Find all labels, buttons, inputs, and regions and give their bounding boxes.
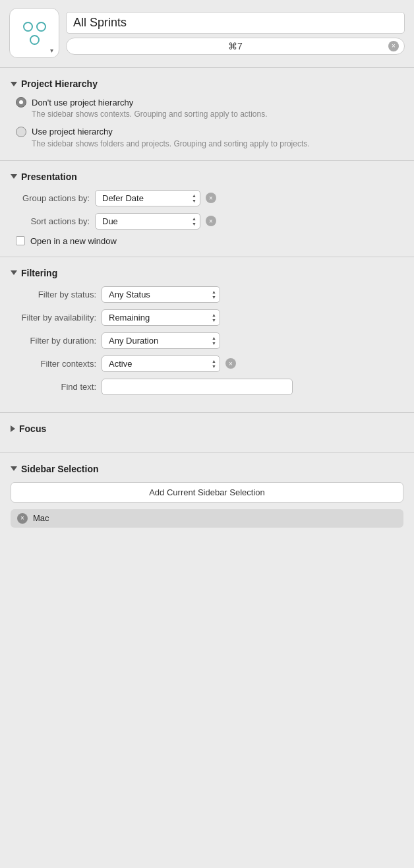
shortcut-clear-button[interactable]: × [388, 41, 399, 51]
find-text-input[interactable] [102, 379, 293, 395]
filter-availability-row: Filter by availability: Remaining Availa… [11, 309, 403, 326]
filter-contexts-select-wrapper: Active Inactive All [102, 356, 220, 372]
circles-icon [20, 22, 49, 45]
app-dropdown-arrow: ▾ [50, 47, 53, 54]
sort-actions-label: Sort actions by: [11, 216, 90, 226]
sidebar-selection-header[interactable]: Sidebar Selection [11, 464, 403, 474]
circle-3 [30, 35, 40, 45]
radio-option-no-hierarchy: Don't use project hierarchy The sidebar … [16, 97, 403, 120]
filter-contexts-row: Filter contexts: Active Inactive All × [11, 356, 403, 372]
open-new-window-label: Open in a new window [30, 236, 117, 246]
radio-use-hierarchy-desc: The sidebar shows folders and projects. … [32, 139, 403, 150]
filter-duration-select-wrapper: Any Duration Short Medium Long [102, 332, 220, 349]
focus-triangle [11, 425, 15, 432]
group-actions-clear-button[interactable]: × [206, 193, 216, 203]
shortcut-row: ⌘7 × [66, 38, 405, 55]
filter-status-label: Filter by status: [11, 290, 96, 299]
open-new-window-row: Open in a new window [16, 236, 403, 246]
title-shortcut-col: ⌘7 × [66, 12, 405, 55]
filter-status-row: Filter by status: Any Status Remaining N… [11, 286, 403, 303]
radio-no-hierarchy-desc: The sidebar shows contexts. Grouping and… [32, 109, 403, 120]
shortcut-display: ⌘7 [74, 41, 396, 51]
filter-contexts-clear-button[interactable]: × [225, 358, 236, 369]
add-sidebar-selection-button[interactable]: Add Current Sidebar Selection [11, 482, 403, 503]
top-divider [0, 67, 414, 68]
presentation-section: Presentation Group actions by: Defer Dat… [0, 165, 414, 253]
presentation-title: Presentation [21, 171, 77, 182]
focus-section: Focus [0, 417, 414, 449]
radio-no-hierarchy[interactable] [16, 97, 26, 108]
group-actions-select[interactable]: Defer Date Due Date Context Project None [95, 190, 200, 206]
filter-contexts-select[interactable]: Active Inactive All [102, 356, 220, 372]
project-hierarchy-section: Project Hierarchy Don't use project hier… [0, 72, 414, 156]
radio-label-row-no-hierarchy: Don't use project hierarchy [16, 97, 403, 108]
project-hierarchy-radio-group: Don't use project hierarchy The sidebar … [16, 97, 403, 150]
open-new-window-checkbox[interactable] [16, 236, 25, 245]
circle-2 [36, 22, 46, 32]
presentation-header[interactable]: Presentation [11, 171, 403, 182]
project-hierarchy-header[interactable]: Project Hierarchy [11, 78, 403, 89]
radio-option-use-hierarchy: Use project hierarchy The sidebar shows … [16, 127, 403, 150]
group-actions-row: Group actions by: Defer Date Due Date Co… [11, 190, 403, 206]
sidebar-selection-triangle [11, 466, 17, 471]
filtering-triangle [11, 270, 17, 275]
filter-duration-label: Filter by duration: [11, 336, 96, 346]
sidebar-selection-title: Sidebar Selection [21, 464, 98, 474]
group-actions-select-wrapper: Defer Date Due Date Context Project None [95, 190, 200, 206]
radio-no-hierarchy-label: Don't use project hierarchy [32, 98, 133, 108]
filtering-section: Filtering Filter by status: Any Status R… [0, 261, 414, 408]
top-bar: ▾ ⌘7 × [0, 0, 414, 63]
filtering-header[interactable]: Filtering [11, 268, 403, 278]
sidebar-item-mac: × Mac [11, 509, 403, 528]
filter-duration-select[interactable]: Any Duration Short Medium Long [102, 332, 220, 349]
focus-header[interactable]: Focus [11, 423, 403, 434]
presentation-triangle [11, 174, 17, 179]
perspective-title-input[interactable] [66, 12, 405, 34]
sidebar-selection-section: Sidebar Selection Add Current Sidebar Se… [0, 457, 414, 534]
filtering-divider [0, 412, 414, 413]
radio-label-row-use-hierarchy: Use project hierarchy [16, 127, 403, 137]
project-hierarchy-triangle [11, 82, 17, 86]
filter-contexts-label: Filter contexts: [11, 359, 96, 369]
sort-actions-select[interactable]: Due Defer Date Added Modified Name None [95, 213, 200, 230]
filter-availability-select[interactable]: Remaining Available First Available All [102, 309, 220, 326]
app-icon[interactable]: ▾ [9, 8, 59, 58]
radio-use-hierarchy-label: Use project hierarchy [32, 127, 113, 137]
filter-duration-row: Filter by duration: Any Duration Short M… [11, 332, 403, 349]
presentation-divider [0, 257, 414, 257]
filter-status-select-wrapper: Any Status Remaining Next Action Due Soo… [102, 286, 220, 303]
circle-1 [23, 22, 33, 32]
group-actions-label: Group actions by: [11, 193, 90, 203]
project-hierarchy-title: Project Hierarchy [21, 78, 98, 89]
filter-availability-label: Filter by availability: [11, 313, 96, 323]
filtering-title: Filtering [21, 268, 57, 278]
focus-title: Focus [19, 423, 46, 434]
sort-actions-clear-button[interactable]: × [206, 216, 216, 226]
radio-use-hierarchy[interactable] [16, 127, 26, 137]
filter-availability-select-wrapper: Remaining Available First Available All [102, 309, 220, 326]
find-text-label: Find text: [11, 382, 96, 392]
sidebar-item-mac-clear[interactable]: × [17, 513, 28, 524]
focus-divider [0, 452, 414, 453]
hierarchy-divider [0, 160, 414, 161]
sidebar-item-mac-label: Mac [33, 513, 49, 523]
sort-actions-row: Sort actions by: Due Defer Date Added Mo… [11, 213, 403, 230]
filter-status-select[interactable]: Any Status Remaining Next Action Due Soo… [102, 286, 220, 303]
find-text-row: Find text: [11, 379, 403, 395]
sort-actions-select-wrapper: Due Defer Date Added Modified Name None [95, 213, 200, 230]
